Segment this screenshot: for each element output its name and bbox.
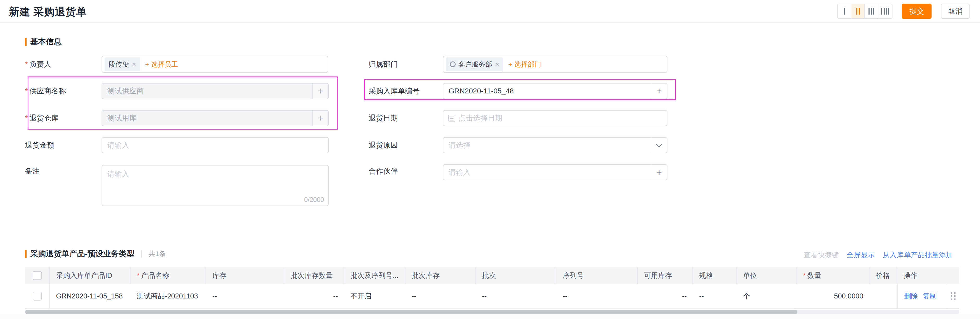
return-date-placeholder: 点击选择日期 xyxy=(458,113,502,123)
col-batch-stock: 批次库存 xyxy=(405,267,476,284)
col-product-name: 产品名称 xyxy=(130,267,206,284)
return-date-label: 退货日期 xyxy=(369,110,398,127)
products-count: 共1条 xyxy=(148,249,165,259)
select-all-checkbox[interactable] xyxy=(33,271,42,280)
remark-char-counter: 0/2000 xyxy=(304,196,324,203)
remark-label: 备注 xyxy=(25,163,40,180)
submit-button[interactable]: 提交 xyxy=(902,4,932,19)
table-row: GRN2020-11-05_158 测试商品-20201103 -- -- 不开… xyxy=(25,284,959,309)
plus-icon: + xyxy=(318,113,323,123)
column-layout-3-icon[interactable] xyxy=(865,4,878,18)
cell-grn-product-id: GRN2020-11-05_158 xyxy=(50,284,130,308)
col-price: 价格 xyxy=(870,267,897,284)
products-table: 采购入库单产品ID 产品名称 库存 批次库存数量 批次及序列号... 批次库存 … xyxy=(25,267,959,309)
cell-batch: -- xyxy=(476,284,557,308)
partner-placeholder: 请输入 xyxy=(443,167,651,177)
department-tag-text: 客户服务部 xyxy=(458,60,492,69)
partner-field[interactable]: 请输入 + xyxy=(443,164,667,180)
cell-spec: -- xyxy=(693,284,737,308)
remove-owner-icon[interactable]: × xyxy=(132,60,136,68)
products-section-header: 采购退货单产品-预设业务类型 共1条 xyxy=(25,249,165,259)
return-reason-label: 退货原因 xyxy=(369,136,398,154)
col-stock: 库存 xyxy=(206,267,284,284)
return-reason-dropdown-button[interactable] xyxy=(651,138,667,153)
col-actions: 操作 xyxy=(897,267,947,284)
warehouse-add-button[interactable]: + xyxy=(312,111,328,126)
page-title: 新建 采购退货单 xyxy=(9,5,87,19)
department-field[interactable]: 客户服务部× + 选择部门 xyxy=(443,56,667,73)
column-layout-2-icon[interactable] xyxy=(851,4,865,18)
col-grn-product-id: 采购入库单产品ID xyxy=(50,267,130,284)
warehouse-label: 退货仓库 xyxy=(25,110,59,127)
col-batch: 批次 xyxy=(476,267,557,284)
copy-row-link[interactable]: 复制 xyxy=(923,291,937,301)
drag-handle-icon[interactable] xyxy=(951,292,956,300)
batch-add-from-grn-link[interactable]: 从入库单产品批量添加 xyxy=(883,250,953,260)
grn-no-add-button[interactable]: + xyxy=(651,84,667,98)
basic-info-title: 基本信息 xyxy=(30,37,62,47)
select-department-link[interactable]: + 选择部门 xyxy=(508,60,541,69)
department-icon xyxy=(450,62,456,67)
horizontal-scrollbar[interactable] xyxy=(25,310,959,314)
cell-batch-serial: 不开启 xyxy=(344,284,405,308)
fullscreen-link[interactable]: 全屏显示 xyxy=(846,250,875,260)
department-tag: 客户服务部× xyxy=(446,57,503,71)
divider xyxy=(141,250,142,258)
col-handle xyxy=(947,267,959,284)
plus-icon: + xyxy=(656,86,662,96)
delete-row-link[interactable]: 删除 xyxy=(904,291,918,301)
purchase-return-create-page: 新建 采购退货单 提交 取消 基本信息 负责人 段传玺× + 选择员工 归属部门… xyxy=(0,0,980,319)
remove-department-icon[interactable]: × xyxy=(495,60,499,68)
col-available-stock: 可用库存 xyxy=(638,267,693,284)
cell-product-name: 测试商品-20201103 xyxy=(130,284,206,308)
col-quantity: 数量 xyxy=(797,267,870,284)
cell-drag xyxy=(947,284,959,308)
return-reason-field[interactable]: 请选择 xyxy=(443,137,667,153)
return-date-field[interactable]: 点击选择日期 xyxy=(443,110,667,126)
products-section-title: 采购退货单产品-预设业务类型 xyxy=(30,249,134,259)
cell-batch-stock-qty: -- xyxy=(284,284,344,308)
top-bar-actions: 提交 取消 xyxy=(837,4,970,19)
cell-unit: 个 xyxy=(737,284,797,308)
cell-price xyxy=(870,284,897,308)
partner-add-button[interactable]: + xyxy=(651,165,667,180)
col-spec: 规格 xyxy=(693,267,737,284)
select-employee-link[interactable]: + 选择员工 xyxy=(145,60,178,69)
grn-no-field[interactable]: GRN2020-11-05_48 + xyxy=(443,83,667,99)
cell-actions: 删除 复制 xyxy=(897,284,947,308)
return-amount-field[interactable]: 请输入 xyxy=(102,137,329,153)
basic-info-section-header: 基本信息 xyxy=(25,37,62,47)
column-layout-1-icon[interactable] xyxy=(838,4,851,18)
owner-field[interactable]: 段传玺× + 选择员工 xyxy=(102,56,328,73)
supplier-add-button[interactable]: + xyxy=(312,84,328,98)
products-toolbar-links: 查看快捷键 全屏显示 从入库单产品批量添加 xyxy=(803,250,953,260)
col-serial: 序列号 xyxy=(557,267,638,284)
remark-textarea[interactable]: 请输入 0/2000 xyxy=(102,165,329,206)
column-layout-4-icon[interactable] xyxy=(878,4,892,18)
plus-icon: + xyxy=(318,86,323,96)
view-shortcuts-link[interactable]: 查看快捷键 xyxy=(803,250,839,260)
scrollbar-thumb[interactable] xyxy=(25,310,797,314)
owner-label: 负责人 xyxy=(25,56,51,73)
cell-serial: -- xyxy=(557,284,638,308)
col-batch-serial: 批次及序列号... xyxy=(344,267,405,284)
section-accent-bar xyxy=(25,250,27,258)
header-select-all-cell xyxy=(25,267,50,284)
supplier-field: 测试供应商 + xyxy=(102,83,329,99)
col-unit: 单位 xyxy=(737,267,797,284)
remark-placeholder: 请输入 xyxy=(107,169,129,179)
row-checkbox[interactable] xyxy=(33,292,42,300)
grn-no-label: 采购入库单编号 xyxy=(369,83,420,100)
products-table-header: 采购入库单产品ID 产品名称 库存 批次库存数量 批次及序列号... 批次库存 … xyxy=(25,267,959,284)
partner-label: 合作伙伴 xyxy=(369,163,398,180)
bottom-strip xyxy=(0,314,980,319)
return-amount-placeholder: 请输入 xyxy=(102,140,129,150)
cell-stock: -- xyxy=(206,284,284,308)
warehouse-value: 测试用库 xyxy=(102,113,312,123)
col-batch-stock-qty: 批次库存数量 xyxy=(284,267,344,284)
cancel-button[interactable]: 取消 xyxy=(941,4,970,19)
chevron-down-icon xyxy=(655,141,662,147)
cell-quantity: 500.0000 xyxy=(797,284,870,308)
supplier-label: 供应商名称 xyxy=(25,83,66,100)
owner-tag-text: 段传玺 xyxy=(109,60,129,69)
